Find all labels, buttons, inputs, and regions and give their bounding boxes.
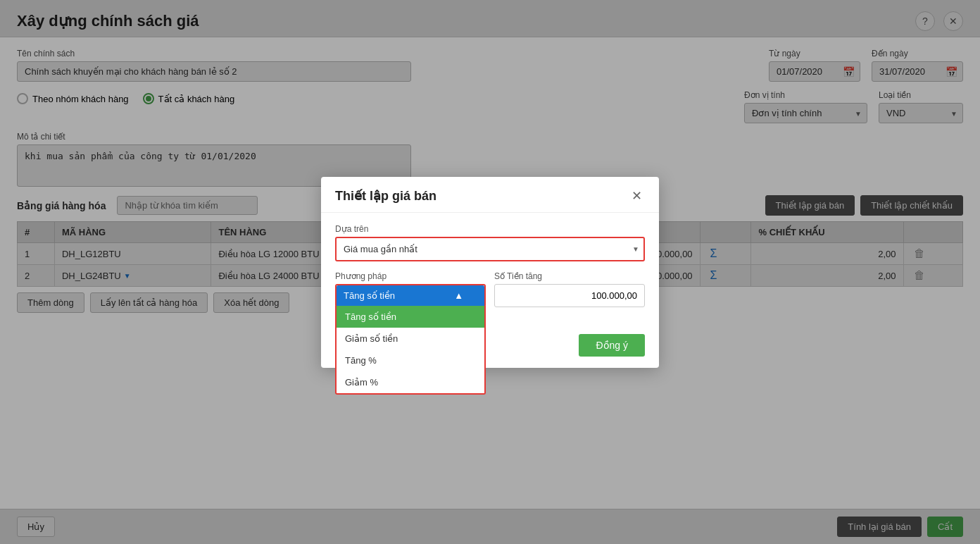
modal-body: Dựa trên Giá mua gần nhất ▼ Phương pháp … bbox=[321, 213, 659, 328]
method-selected-value: Tăng số tiền bbox=[344, 290, 395, 301]
modal-header: Thiết lập giá bán ✕ bbox=[321, 177, 659, 213]
amount-label: Số Tiền tăng bbox=[494, 271, 645, 281]
method-option-giam-so-tien[interactable]: Giảm số tiền bbox=[337, 328, 484, 350]
based-on-select[interactable]: Giá mua gần nhất bbox=[335, 237, 645, 261]
modal-dialog: Thiết lập giá bán ✕ Dựa trên Giá mua gần… bbox=[321, 177, 659, 368]
modal-method-amount-row: Phương pháp Tăng số tiền ▲ Tăng số tiền … bbox=[335, 271, 645, 307]
method-option-tang-pct[interactable]: Tăng % bbox=[337, 350, 484, 371]
modal-title: Thiết lập giá bán bbox=[335, 188, 436, 204]
method-col: Phương pháp Tăng số tiền ▲ Tăng số tiền … bbox=[335, 271, 486, 307]
method-option-tang-so-tien[interactable]: Tăng số tiền bbox=[337, 306, 484, 328]
method-arrow-icon: ▲ bbox=[454, 290, 463, 301]
method-option-giam-pct[interactable]: Giảm % bbox=[337, 371, 484, 393]
method-label: Phương pháp bbox=[335, 271, 486, 281]
confirm-button[interactable]: Đồng ý bbox=[579, 334, 645, 357]
modal-close-button[interactable]: ✕ bbox=[629, 188, 645, 204]
modal-overlay: Thiết lập giá bán ✕ Dựa trên Giá mua gần… bbox=[0, 0, 980, 544]
amount-col: Số Tiền tăng bbox=[494, 271, 645, 307]
method-dropdown: Tăng số tiền Giảm số tiền Tăng % Giảm % bbox=[335, 306, 486, 395]
method-wrapper: Tăng số tiền ▲ Tăng số tiền Giảm số tiền… bbox=[335, 284, 486, 307]
method-select-display[interactable]: Tăng số tiền ▲ bbox=[337, 285, 484, 306]
based-on-label: Dựa trên bbox=[335, 224, 645, 234]
based-on-wrapper: Giá mua gần nhất ▼ bbox=[335, 237, 645, 261]
amount-input[interactable] bbox=[494, 284, 645, 307]
